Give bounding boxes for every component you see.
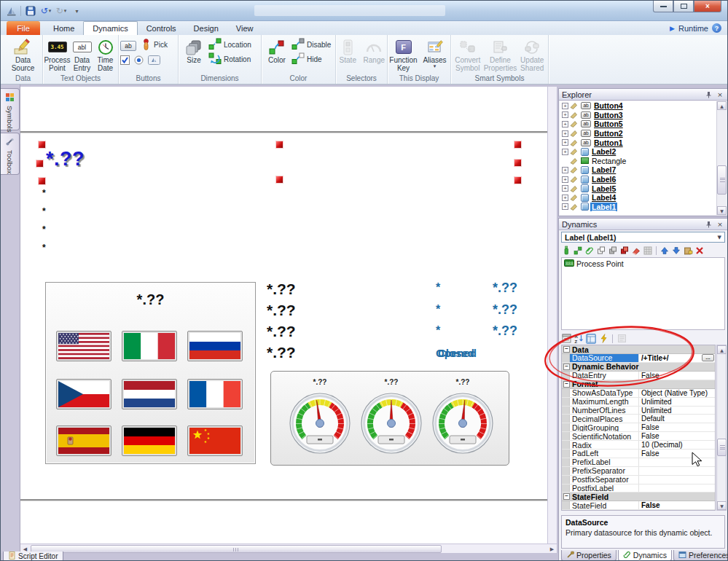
expand-icon[interactable]: +	[562, 103, 568, 109]
minimize-button[interactable]	[653, 1, 673, 12]
explorer-item-label1[interactable]: +Label1	[560, 203, 716, 212]
tab-home[interactable]: Home	[44, 21, 83, 35]
property-value[interactable]: /+Title+/...	[638, 354, 715, 362]
flag-button-germany[interactable]	[122, 425, 177, 456]
tab-properties[interactable]: Properties	[561, 550, 617, 561]
property-value[interactable]	[638, 484, 715, 493]
tab-file[interactable]: File	[7, 21, 40, 35]
property-row-digitgrouping[interactable]: DigitGroupingFalse	[562, 423, 715, 432]
explorer-item-label7[interactable]: +Label7	[560, 165, 716, 175]
property-category-format[interactable]: −Format	[562, 380, 715, 389]
expand-icon[interactable]: +	[562, 176, 568, 183]
collapse-icon[interactable]: −	[563, 364, 570, 370]
explorer-item-label2[interactable]: +Label2	[560, 147, 716, 157]
ellipsis-button[interactable]: ...	[702, 354, 714, 361]
close-panel-icon[interactable]: ×	[716, 90, 724, 99]
aliases-dropdown-icon[interactable]: ▾	[434, 65, 437, 68]
label-placeholder-star[interactable]: *	[42, 188, 46, 198]
move-up-icon[interactable]	[659, 246, 670, 256]
pin-icon[interactable]	[704, 90, 713, 99]
expand-icon[interactable]: +	[562, 130, 568, 137]
selection-handle[interactable]	[39, 141, 45, 148]
scroll-down-icon[interactable]: ▼	[717, 501, 727, 510]
state-text-closed[interactable]: Closed	[438, 347, 474, 359]
property-row-radix[interactable]: Radix10 (Decimal)	[562, 441, 715, 450]
hide-button[interactable]: Hide	[291, 53, 331, 65]
rotation-button[interactable]: Rotation	[208, 53, 251, 65]
expand-icon[interactable]: +	[562, 203, 568, 210]
add-dynamic-icon[interactable]	[561, 246, 571, 256]
tab-script-editor[interactable]: Script Editor	[3, 552, 63, 561]
blue-star-placeholder[interactable]: *	[436, 281, 440, 294]
process-point-placeholder[interactable]: *.??	[267, 323, 296, 340]
property-row-padleft[interactable]: PadLeftFalse	[562, 450, 715, 458]
categorized-icon[interactable]	[561, 334, 571, 344]
save-button[interactable]	[25, 4, 36, 17]
collapse-icon[interactable]: −	[563, 493, 570, 500]
flag-button-czech-republic[interactable]	[56, 379, 111, 409]
copy-object-icon[interactable]	[596, 246, 606, 256]
selection-handle[interactable]	[276, 176, 283, 183]
tab-view[interactable]: View	[227, 21, 262, 35]
redo-button[interactable]: ↻▾	[55, 4, 67, 17]
property-row-decimalplaces[interactable]: DecimalPlacesDefault	[562, 415, 715, 423]
gauge-1[interactable]	[288, 391, 352, 460]
selection-handle[interactable]	[39, 178, 45, 184]
collapse-icon[interactable]: −	[563, 381, 570, 388]
selection-handle[interactable]	[514, 141, 521, 148]
selection-handle[interactable]	[276, 141, 283, 148]
tab-dynamics[interactable]: Dynamics	[618, 550, 672, 561]
delete-icon[interactable]	[694, 246, 705, 256]
lock-icon[interactable]	[683, 246, 693, 256]
expand-icon[interactable]: +	[562, 167, 568, 173]
copy-gray-icon[interactable]	[608, 246, 618, 256]
separator-line-top[interactable]	[20, 131, 547, 133]
pin-icon[interactable]	[704, 220, 713, 229]
scroll-up-icon[interactable]: ▲	[717, 345, 727, 354]
scrollbar-thumb[interactable]	[717, 439, 727, 456]
animations-list[interactable]: 888 Process Point	[561, 257, 725, 330]
close-button[interactable]: ×	[694, 1, 721, 12]
size-button[interactable]: Size	[180, 36, 208, 65]
property-row-postfixlabel[interactable]: PostfixLabel	[562, 484, 715, 493]
property-row-maximumlength[interactable]: MaximumLengthUnlimited	[562, 398, 715, 407]
property-value[interactable]	[638, 476, 715, 484]
property-grid-scrollbar[interactable]: ▲ ▼	[716, 345, 727, 511]
property-row-datasource[interactable]: DataSource/+Title+/...	[562, 354, 715, 363]
property-value[interactable]: False	[638, 423, 715, 431]
gauge-3[interactable]	[431, 391, 495, 460]
explorer-item-button5[interactable]: +abButton5	[560, 119, 716, 129]
expand-icon[interactable]: +	[562, 111, 568, 118]
erase-icon[interactable]	[631, 246, 641, 256]
flag-button-russia[interactable]	[187, 331, 243, 361]
property-row-postfixseparator[interactable]: PostfixSeparator	[562, 476, 715, 484]
blue-value-placeholder[interactable]: *.??	[493, 280, 517, 296]
gauge-2[interactable]	[359, 391, 423, 460]
tab-controls[interactable]: Controls	[138, 21, 185, 35]
explorer-item-label5[interactable]: +Label5	[560, 184, 716, 193]
picture-button[interactable]	[148, 55, 160, 66]
gauges-panel[interactable]: *.?? *.?? *.??	[270, 371, 509, 466]
expand-icon[interactable]: +	[562, 185, 568, 192]
property-row-prefixseparator[interactable]: PrefixSeparator	[562, 467, 715, 476]
label-placeholder-star[interactable]: *	[42, 224, 46, 235]
property-value[interactable]: 10 (Decimal)	[638, 441, 715, 449]
tab-symbols[interactable]: Symbols	[1, 88, 20, 130]
blue-star-placeholder[interactable]: *	[436, 324, 440, 337]
process-point-placeholder[interactable]: *.??	[267, 302, 296, 319]
animation-item[interactable]: 888 Process Point	[562, 258, 724, 269]
label-placeholder-star[interactable]: *	[42, 243, 46, 253]
blue-value-placeholder[interactable]: *.??	[493, 302, 517, 318]
property-value[interactable]: Object (Native Type)	[638, 389, 715, 397]
property-row-prefixlabel[interactable]: PrefixLabel	[562, 458, 715, 467]
flag-button-china[interactable]	[187, 425, 243, 456]
help-icon[interactable]: ?	[712, 23, 721, 33]
explorer-item-rectangle[interactable]: Rectangle	[560, 157, 716, 166]
property-value[interactable]	[638, 467, 715, 475]
canvas-horizontal-scrollbar[interactable]: ◀ ▶	[20, 544, 557, 553]
blue-value-placeholder[interactable]: *.??	[493, 323, 517, 339]
process-point-placeholder[interactable]: *.??	[267, 280, 296, 298]
disable-button[interactable]: Disable	[291, 39, 331, 50]
selection-handle[interactable]	[514, 177, 521, 184]
property-value[interactable]: False	[638, 372, 715, 380]
